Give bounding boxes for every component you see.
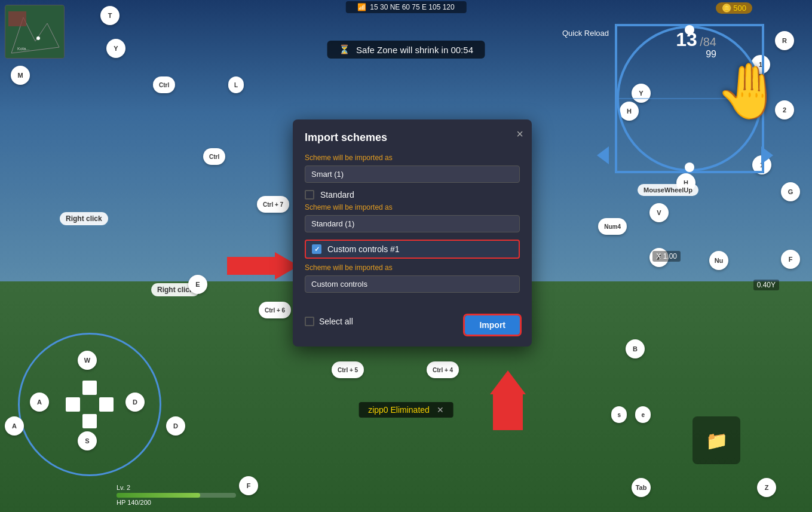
key-s-lower: s	[611, 406, 627, 423]
coins-badge: 🪙 500	[716, 2, 752, 14]
key-D-label: D	[166, 416, 185, 436]
cross-center	[66, 381, 114, 428]
key-G: G	[781, 182, 800, 201]
custom-label: Custom controls #1	[327, 244, 400, 254]
key-Ctrl7: Ctrl + 7	[257, 196, 289, 213]
red-arrow-right	[227, 251, 299, 281]
wifi-icon: 📶	[357, 3, 366, 11]
eliminated-bar: zipp0 Eliminated ✕	[358, 402, 454, 418]
import-schemes-dialog: Import schemes × Scheme will be imported…	[293, 119, 532, 347]
select-all-label: Select all	[319, 317, 353, 326]
key-M: M	[11, 66, 30, 85]
close-elim-icon[interactable]: ✕	[437, 405, 444, 415]
hp-display: Lv. 2 HP 140/200	[117, 484, 236, 506]
svg-point-4	[36, 36, 40, 40]
hp-bar-bg	[117, 493, 236, 498]
custom-controls-row: ✓ Custom controls #1	[305, 240, 520, 259]
standard-label: Standard	[320, 190, 354, 200]
compass-bar: 📶 15 30 NE 60 75 E 105 120	[345, 1, 466, 13]
svg-point-7	[685, 163, 694, 172]
key-Ctrl5: Ctrl + 5	[332, 361, 364, 378]
dialog-footer: Select all Import	[305, 308, 520, 335]
key-A-label: A	[5, 416, 24, 436]
key-Ctrl6: Ctrl + 6	[259, 302, 291, 318]
game-background: Kota... T Y M Ctrl L Ctrl Right click Ri…	[0, 0, 812, 512]
select-all-checkbox[interactable]	[305, 317, 314, 326]
hp-text: HP 140/200	[117, 499, 236, 506]
ammo-current: 13	[676, 29, 697, 50]
scheme-label-2: Scheme will be imported as	[305, 203, 520, 211]
lv-text: Lv. 2	[117, 484, 236, 491]
key-F-right2: F	[781, 250, 800, 269]
key-Nu: Nu	[709, 251, 728, 270]
key-T: T	[100, 6, 119, 25]
ammo-mag: 99	[706, 49, 716, 60]
coins-value: 500	[733, 4, 746, 13]
key-V: V	[649, 203, 669, 222]
weapon-slot: 📁	[693, 416, 740, 464]
hand-cursor: 🤚	[715, 60, 782, 122]
dialog-close-button[interactable]: ×	[516, 128, 523, 140]
scheme-input-smart[interactable]	[305, 165, 520, 183]
key-L: L	[228, 76, 244, 93]
eliminated-text: zipp0 Eliminated	[368, 405, 430, 415]
dialog-title: Import schemes	[305, 131, 520, 144]
red-arrow-up	[490, 370, 526, 430]
standard-checkbox[interactable]	[305, 190, 314, 200]
svg-rect-2	[8, 11, 26, 26]
quick-reload-label: Quick Reload	[562, 29, 609, 38]
scheme-label-3: Scheme will be imported as	[305, 263, 520, 272]
key-Ctrl: Ctrl	[153, 76, 175, 93]
import-button[interactable]: Import	[465, 315, 520, 335]
x-scale: X 1.00	[652, 251, 681, 262]
hud-top-right: 🪙 500	[716, 2, 752, 14]
hp-bar-fill	[117, 493, 200, 498]
hourglass-icon: ⏳	[339, 44, 350, 55]
svg-marker-11	[227, 252, 299, 280]
custom-checkbox[interactable]: ✓	[312, 244, 321, 254]
scheme-input-custom[interactable]	[305, 275, 520, 293]
key-W: W	[78, 351, 97, 370]
key-Y-top: Y	[106, 39, 125, 58]
key-Tab: Tab	[632, 478, 651, 497]
ammo-display: 13 /84	[676, 29, 716, 51]
key-Z: Z	[757, 478, 776, 497]
key-A: A	[30, 393, 49, 412]
safe-zone-banner: ⏳ Safe Zone will shrink in 00:54	[327, 41, 485, 59]
mouse-wheel-up-label: MouseWheelUp	[638, 184, 698, 196]
key-Ctrl2: Ctrl	[203, 148, 225, 165]
weapon-icon: 📁	[706, 430, 728, 451]
checkmark-icon: ✓	[314, 246, 320, 253]
scheme-input-standard[interactable]	[305, 215, 520, 232]
joystick: W A S D	[18, 333, 161, 476]
svg-marker-10	[761, 146, 773, 164]
select-all-row: Select all	[305, 317, 353, 326]
compass-values: 15 30 NE 60 75 E 105 120	[370, 3, 454, 11]
arrow-right-indicator	[755, 143, 779, 167]
key-B: B	[626, 339, 645, 358]
svg-marker-9	[597, 146, 609, 164]
coin-icon: 🪙	[722, 4, 731, 13]
key-S: S	[78, 431, 97, 450]
key-D: D	[125, 393, 145, 412]
mini-map: Kota...	[5, 5, 65, 59]
ammo-total: /84	[700, 35, 716, 48]
arrow-left-indicator	[591, 143, 615, 167]
safe-zone-text: Safe Zone will shrink in 00:54	[356, 45, 473, 55]
key-E: E	[188, 275, 207, 294]
svg-text:Kota...: Kota...	[17, 47, 29, 51]
right-click-top-label: Right click	[60, 212, 108, 225]
key-Num4: Num4	[598, 218, 627, 235]
key-F-bottom: F	[239, 476, 258, 495]
key-e-lower: e	[635, 406, 651, 423]
y-scale: 0.40Y	[753, 280, 779, 290]
key-Ctrl4: Ctrl + 4	[427, 361, 459, 378]
svg-marker-12	[490, 370, 526, 430]
standard-row: Standard	[305, 190, 520, 200]
key-R: R	[775, 31, 794, 50]
scheme-label-1: Scheme will be imported as	[305, 154, 520, 162]
